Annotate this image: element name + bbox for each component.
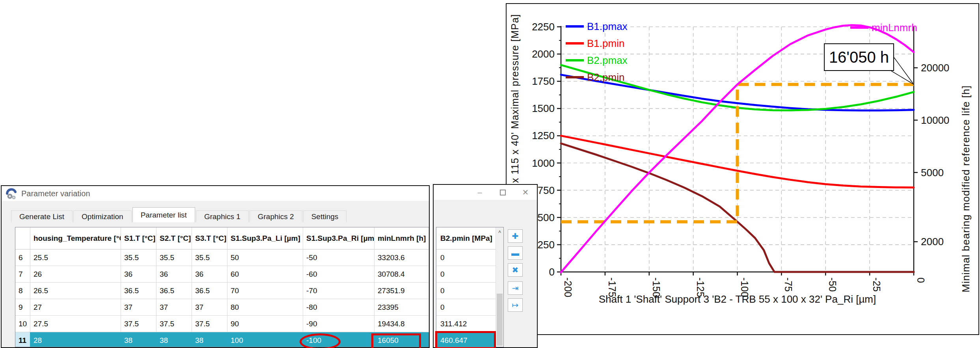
maximize-icon: [500, 190, 506, 195]
svg-text:minLnmrh: minLnmrh: [872, 22, 917, 33]
table-cell: 37: [121, 299, 157, 316]
svg-text:B1.pmax: B1.pmax: [587, 20, 628, 32]
table-header-row: housing_Temperature [°C]S1.T [°C]S2.T [°…: [15, 227, 429, 249]
svg-text:Shaft 1 'Shaft' Support 3 'B2: Shaft 1 'Shaft' Support 3 'B2 - TRB 55 x…: [599, 293, 876, 305]
scrollbar-up-button[interactable]: ˄: [496, 227, 503, 236]
close-button[interactable]: ✕: [514, 185, 537, 200]
svg-text:2250: 2250: [532, 21, 555, 33]
detail-value-cell[interactable]: 0: [436, 266, 496, 283]
svg-text:0: 0: [915, 277, 926, 283]
row-number-cell: 9: [15, 299, 30, 316]
svg-text:500: 500: [538, 212, 555, 223]
table-cell: 35.5: [192, 249, 227, 266]
table-cell: 100: [227, 332, 303, 347]
table-cell: 27: [30, 299, 121, 316]
add-button[interactable]: ✚: [508, 229, 523, 243]
svg-text:20000: 20000: [921, 62, 949, 74]
table-cell: 70: [227, 283, 303, 299]
scrollbar-thumb[interactable]: [497, 294, 503, 346]
svg-text:1500: 1500: [532, 102, 555, 114]
table-cell: 36.5: [121, 283, 157, 299]
detail-value-cell[interactable]: 0: [436, 283, 496, 299]
svg-text:1250: 1250: [532, 130, 555, 141]
delete-all-button[interactable]: ✖: [508, 263, 523, 277]
table-cell: 25.5: [30, 249, 121, 266]
table-cell: 26: [30, 266, 121, 283]
dialog-title: Parameter variation: [21, 189, 90, 198]
svg-text:5000: 5000: [921, 167, 944, 179]
table-cell: 37: [157, 299, 192, 316]
table-row-7[interactable]: 72636363660-6030708.4: [15, 266, 429, 283]
table-cell: 23395: [374, 299, 429, 316]
dialog-titlebar[interactable]: Parameter variation: [2, 186, 429, 201]
move-in-button[interactable]: ⇥: [508, 281, 523, 295]
column-header: S1.Sup3.Pa_Li [µm]: [227, 227, 303, 249]
svg-text:B2.pmin: B2.pmin: [587, 71, 624, 83]
table-cell: 36.5: [192, 283, 227, 299]
tab-optimization[interactable]: Optimization: [73, 210, 132, 222]
detail-value-cell[interactable]: 0: [436, 299, 496, 316]
tab-parameter-list[interactable]: Parameter list: [132, 207, 195, 222]
table-cell: 37.5: [157, 316, 192, 332]
table-cell: 38: [157, 332, 192, 347]
row-number-cell: 11: [15, 332, 30, 347]
table-row-9[interactable]: 92737373780-8023395: [15, 299, 429, 316]
table-cell: 36: [121, 266, 157, 283]
table-cell: -50: [303, 249, 374, 266]
column-header: S3.T [°C]: [192, 227, 227, 249]
tab-generate-list[interactable]: Generate List: [11, 210, 73, 222]
detail-window: –✕ B2.pmin [MPa]0000311.412460.647 ˄ ✚▬✖…: [433, 184, 538, 348]
column-header: S1.Sup3.Pa_Ri [µm]: [303, 227, 374, 249]
svg-text:B2.pmax: B2.pmax: [587, 54, 628, 66]
table-cell: 36.5: [157, 283, 192, 299]
svg-text:1000: 1000: [532, 157, 555, 169]
svg-text:2000: 2000: [532, 48, 555, 60]
table-cell: 27.5: [30, 316, 121, 332]
annotation-circle-pa-ri: [300, 333, 341, 348]
table-cell: 28: [30, 332, 121, 347]
tab-graphics-2[interactable]: Graphics 2: [250, 210, 302, 222]
dialog-tabs: Generate ListOptimizationParameter listG…: [11, 210, 347, 222]
b2pmin-column-panel: B2.pmin [MPa]0000311.412460.647 ˄: [436, 227, 504, 347]
table-cell: -80: [303, 299, 374, 316]
header-row-number: [15, 227, 30, 249]
row-number-cell: 6: [15, 249, 30, 266]
row-number-cell: 8: [15, 283, 30, 299]
svg-text:-200: -200: [563, 277, 574, 297]
svg-text:250: 250: [538, 239, 555, 251]
column-header: S1.T [°C]: [121, 227, 157, 249]
table-cell: 38: [121, 332, 157, 347]
detail-value-cell[interactable]: 0: [436, 249, 496, 266]
tab-settings[interactable]: Settings: [303, 210, 347, 222]
row-number-cell: 10: [15, 316, 30, 332]
chart-window: 0250500750100012501500175020002250200050…: [506, 3, 979, 335]
column-header-b2pmin: B2.pmin [MPa]: [436, 227, 496, 249]
list-edit-buttons: ✚▬✖⇥↦: [508, 229, 523, 315]
parameter-table: housing_Temperature [°C]S1.T [°C]S2.T [°…: [15, 227, 429, 347]
scrollbar[interactable]: ˄: [496, 227, 503, 347]
tab-graphics-1[interactable]: Graphics 1: [196, 210, 249, 222]
table-row-10[interactable]: 1027.537.537.537.590-9019434.8: [15, 316, 429, 332]
svg-text:2000: 2000: [921, 236, 944, 248]
minimize-button[interactable]: –: [468, 185, 491, 200]
table-row-8[interactable]: 826.536.536.536.570-7027351.9: [15, 283, 429, 299]
parameter-variation-dialog: Parameter variation Generate ListOptimiz…: [1, 185, 430, 348]
column-header: minLnmrh [h]: [374, 227, 429, 249]
maximize-button[interactable]: [491, 185, 514, 200]
annotation-box-minlnmrh: [371, 333, 421, 348]
move-out-button[interactable]: ↦: [508, 298, 523, 312]
screenshot-root: 0250500750100012501500175020002250200050…: [0, 0, 980, 348]
svg-text:-25: -25: [871, 277, 882, 292]
svg-text:1750: 1750: [532, 75, 555, 87]
table-cell: 90: [227, 316, 303, 332]
table-row-6[interactable]: 625.535.535.535.550-5033203.6: [15, 249, 429, 266]
remove-button[interactable]: ▬: [508, 246, 523, 260]
svg-text:60 x 115 x 40' Maximal pressur: 60 x 115 x 40' Maximal pressure [MPa]: [509, 14, 520, 198]
table-cell: 36: [157, 266, 192, 283]
table-cell: -90: [303, 316, 374, 332]
table-cell: 35.5: [157, 249, 192, 266]
table-row-11[interactable]: 1128383838100-10016050: [15, 332, 429, 347]
detail-value-cell[interactable]: 311.412: [436, 316, 496, 332]
svg-text:10000: 10000: [921, 114, 949, 126]
life-callout: 16'050 h: [824, 43, 894, 71]
